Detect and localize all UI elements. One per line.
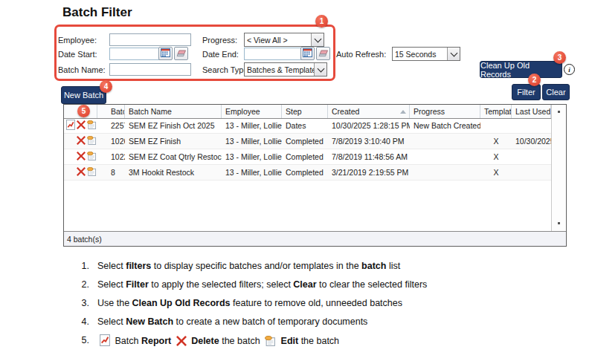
date-start-input[interactable]	[109, 48, 160, 60]
report-action-button[interactable]	[65, 120, 76, 131]
progress-label: Progress:	[202, 36, 237, 45]
annotation-badge-3: 3	[553, 51, 566, 64]
date-end-clear-button[interactable]	[316, 47, 330, 60]
employee-label: Employee:	[58, 36, 97, 45]
delete-action-button[interactable]	[76, 120, 86, 131]
delete-batch-icon	[77, 120, 86, 131]
grid-header-last-used[interactable]: Last Used	[512, 105, 551, 118]
scroll-down-icon[interactable]	[558, 222, 560, 224]
edit-action-button[interactable]	[86, 136, 97, 147]
vertical-scrollbar[interactable]	[551, 105, 566, 232]
grid-header-batch-[interactable]: Batch #	[97, 105, 125, 118]
grid-header-batch-name[interactable]: Batch Name	[125, 105, 222, 118]
cell-employee: 13 - Miller, Lollie	[222, 118, 282, 133]
cell-progress	[410, 165, 480, 180]
cell-created: 3/21/2019 2:19:55 PM	[328, 165, 410, 180]
grid-header-progress[interactable]: Progress	[410, 105, 480, 118]
chevron-down-icon	[311, 33, 324, 46]
edit-action-button[interactable]	[86, 152, 97, 163]
cell-employee: 13 - Miller, Lollie	[222, 149, 282, 164]
table-row[interactable]: 2257SEM EZ Finish Oct 202513 - Miller, L…	[64, 118, 551, 134]
grid-header-template[interactable]: Template	[480, 105, 512, 118]
table-row[interactable]: 83M Hookit Restock13 - Miller, LollieCom…	[64, 165, 551, 181]
instruction-text: Select New Batch to create a new batch o…	[97, 316, 367, 328]
grid-header-label: Employee	[225, 107, 260, 116]
batch-name-label: Batch Name:	[58, 65, 106, 74]
cell-template: X	[480, 149, 512, 164]
delete-legend	[176, 336, 187, 349]
date-start-calendar-button[interactable]	[158, 47, 173, 60]
instruction-number: 5.	[73, 334, 89, 349]
batch-name-input[interactable]	[109, 63, 191, 76]
edit-batch-icon	[87, 120, 97, 131]
cell-batch-name: 3M Hookit Restock	[125, 165, 222, 180]
instruction-item: 3.Use the Clean Up Old Records feature t…	[73, 297, 534, 309]
instruction-item: 4.Select New Batch to create a new batch…	[73, 316, 534, 328]
cell-step: Dates	[282, 118, 328, 133]
grid-header-label: Batch Name	[129, 107, 172, 116]
delete-batch-icon	[77, 136, 86, 146]
instruction-item: 2.Select Filter to apply the selected fi…	[73, 279, 534, 290]
delete-batch-icon	[176, 338, 187, 348]
edit-action-button[interactable]	[86, 167, 97, 178]
filter-button[interactable]: Filter	[512, 84, 541, 100]
info-icon[interactable]: i	[564, 64, 575, 75]
delete-batch-icon	[77, 152, 86, 162]
cell-batch-name: SEM EZ Coat Qtrly Restock	[125, 149, 222, 164]
table-row[interactable]: 1022SEM EZ Coat Qtrly Restock13 - Miller…	[64, 149, 551, 165]
edit-batch-icon	[87, 167, 97, 178]
chevron-down-icon	[447, 48, 460, 60]
grid-header-row: Batch #Batch NameEmployeeStepCreatedProg…	[64, 105, 551, 119]
cell-batch-name: SEM EZ Finish	[125, 134, 222, 149]
row-actions	[64, 118, 97, 133]
cell-step: Completed	[282, 134, 328, 149]
batch-filter-page: Batch Filter 1 Employee: Progress: < Vie…	[0, 0, 592, 364]
grid-header-employee[interactable]: Employee	[222, 105, 282, 118]
row-actions	[64, 149, 97, 164]
page-title: Batch Filter	[62, 5, 132, 20]
clean-up-old-records-button[interactable]: Clean Up Old Records	[480, 61, 562, 78]
annotation-badge-4: 4	[100, 80, 112, 93]
delete-action-button[interactable]	[76, 152, 86, 163]
cell-batch-number: 1026	[97, 134, 125, 149]
annotation-badge-5: 5	[77, 105, 90, 117]
delete-batch-icon	[77, 167, 86, 178]
instruction-item: 1.Select filters to display specific bat…	[73, 260, 534, 272]
row-actions	[64, 134, 97, 149]
table-row[interactable]: 1026SEM EZ Finish13 - Miller, LollieComp…	[64, 134, 551, 149]
cell-batch-number: 8	[97, 165, 125, 180]
cell-progress	[410, 134, 480, 149]
search-type-select[interactable]: Batches & Templates	[244, 62, 327, 77]
cell-created: 7/8/2019 11:48:56 AM	[328, 149, 410, 164]
date-start-label: Date Start:	[58, 50, 97, 59]
grid-header-created[interactable]: Created	[328, 105, 410, 118]
scroll-up-icon[interactable]	[558, 111, 560, 113]
auto-refresh-select[interactable]: 15 Seconds	[392, 47, 460, 61]
eraser-icon	[318, 48, 329, 59]
cell-employee: 13 - Miller, Lollie	[222, 165, 282, 180]
delete-action-button[interactable]	[76, 167, 86, 178]
grid-header-label: Template	[484, 107, 512, 116]
search-type-selected-value: Batches & Templates	[245, 65, 314, 74]
grid-header-step[interactable]: Step	[282, 105, 328, 118]
grid-header-label: Created	[332, 107, 359, 116]
batch-grid: Batch #Batch NameEmployeeStepCreatedProg…	[63, 104, 567, 247]
employee-input[interactable]	[109, 33, 191, 46]
report-legend	[100, 334, 110, 349]
grid-header-label: Last Used	[515, 107, 550, 116]
clear-button[interactable]: Clear	[542, 84, 570, 100]
date-end-input[interactable]	[244, 48, 302, 60]
date-end-calendar-button[interactable]	[300, 47, 315, 60]
date-start-clear-button[interactable]	[174, 47, 188, 60]
cell-last-used	[512, 149, 551, 164]
edit-batch-icon	[87, 152, 97, 162]
edit-batch-icon	[265, 338, 276, 348]
cell-progress	[410, 149, 480, 164]
delete-action-button[interactable]	[76, 136, 86, 147]
edit-action-button[interactable]	[86, 120, 97, 131]
edit-legend	[265, 336, 276, 349]
instruction-item: 5. Batch Report Delete the batch Edit th…	[73, 334, 534, 349]
progress-select[interactable]: < View All >	[244, 33, 324, 47]
progress-selected-value: < View All >	[245, 36, 311, 45]
auto-refresh-label: Auto Refresh:	[336, 50, 386, 59]
